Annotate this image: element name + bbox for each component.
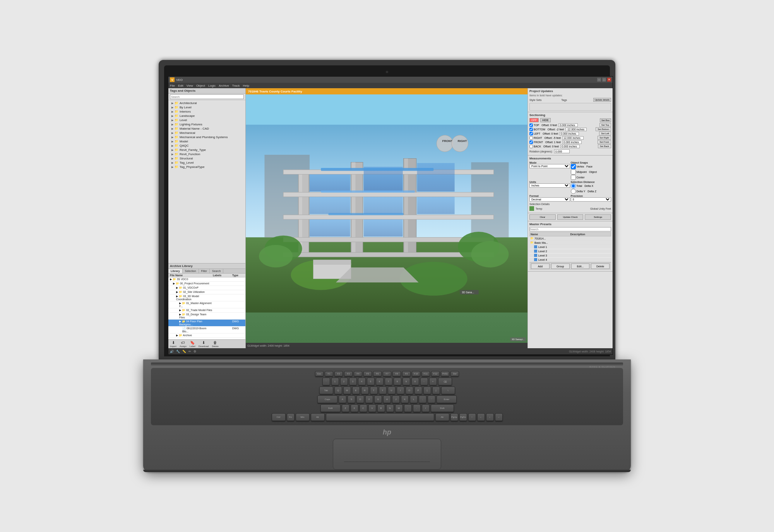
section-hide-button[interactable]: HIDE xyxy=(540,118,551,122)
file-row-master-align[interactable]: ▶ 📁 01_Master Alignment F... xyxy=(168,301,245,308)
key-prtsc[interactable]: PrtSc xyxy=(441,371,449,376)
set-bottom-button[interactable]: Set Bottom xyxy=(596,127,611,131)
clear-button[interactable]: Clear xyxy=(529,214,556,220)
key-caps[interactable]: Caps xyxy=(317,395,337,403)
key-esc[interactable]: Esc xyxy=(315,371,324,376)
edit-preset-button[interactable]: Edit... xyxy=(571,263,590,269)
file-row-trade-model[interactable]: ▶ 📁 02_Trade Model Files xyxy=(168,308,245,313)
menu-archive[interactable]: Archive xyxy=(219,84,229,87)
back-value-input[interactable] xyxy=(560,145,580,148)
key-backtick[interactable]: ` xyxy=(322,378,330,385)
key-9[interactable]: 9 xyxy=(402,378,410,385)
minimize-button[interactable]: ─ xyxy=(597,78,601,82)
tree-item-material[interactable]: ▶ 📁 Material Name - CAD xyxy=(168,127,245,131)
key-b[interactable]: B xyxy=(377,404,385,412)
file-row-site[interactable]: ▶ 📁 02_Site Utilization xyxy=(168,290,245,294)
top-checkbox[interactable] xyxy=(529,123,533,127)
menu-track[interactable]: Track xyxy=(232,84,240,87)
close-button[interactable]: ✕ xyxy=(607,78,611,82)
import-tool[interactable]: ⬇ Import xyxy=(170,340,176,347)
tab-selection[interactable]: Selection xyxy=(183,269,199,273)
key-t[interactable]: T xyxy=(370,387,378,394)
tree-item-bylevel[interactable]: ▶ 📁 By Level xyxy=(168,105,245,109)
key-3[interactable]: 3 xyxy=(349,378,357,385)
key-v[interactable]: V xyxy=(368,404,376,412)
key-period[interactable]: . xyxy=(413,404,421,412)
snap-midpoint-checkbox[interactable] xyxy=(571,169,576,174)
set-back-button[interactable]: Set Back xyxy=(598,144,611,148)
tab-search[interactable]: Search xyxy=(210,269,223,273)
right-checkbox[interactable] xyxy=(529,136,533,140)
tags-search-input[interactable] xyxy=(170,94,244,99)
key-a[interactable]: A xyxy=(339,395,346,403)
tab-filter[interactable]: Filter xyxy=(199,269,210,273)
key-f10[interactable]: F10 xyxy=(412,371,420,376)
key-del[interactable]: Del xyxy=(450,371,459,376)
key-s[interactable]: S xyxy=(348,395,355,403)
update-details-button[interactable]: Update details xyxy=(593,98,611,102)
key-d[interactable]: D xyxy=(356,395,364,403)
key-4[interactable]: 4 xyxy=(358,378,366,385)
front-value-input[interactable] xyxy=(562,140,582,144)
key-equals[interactable]: = xyxy=(429,378,437,385)
menu-edit[interactable]: Edit xyxy=(178,84,183,87)
tree-item-qaqc[interactable]: ▶ 📁 QAQC xyxy=(168,144,245,148)
key-g[interactable]: G xyxy=(374,395,382,403)
tree-item-interiors[interactable]: ▶ 📁 Interiors xyxy=(168,109,245,114)
tree-item-lighting[interactable]: ▶ 📁 Lighting Fixtures xyxy=(168,122,245,127)
snap-center-checkbox[interactable] xyxy=(571,175,576,180)
key-win[interactable]: Win xyxy=(296,413,310,421)
key-j[interactable]: J xyxy=(392,395,400,403)
key-r[interactable]: R xyxy=(361,387,369,394)
key-shift-right[interactable]: Shift xyxy=(431,404,454,412)
key-l[interactable]: L xyxy=(410,395,418,403)
tree-item-structural[interactable]: ▶ 📁 Structural xyxy=(168,156,245,161)
level-row-1[interactable]: Level 1 xyxy=(529,245,611,249)
key-down[interactable]: ↓ xyxy=(486,413,494,421)
key-backslash[interactable]: \ xyxy=(441,387,455,394)
level-row-3[interactable]: Level 3 xyxy=(529,253,611,258)
tree-item-level[interactable]: ▶ 📁 Level xyxy=(168,118,245,122)
tree-item-tag-level[interactable]: ▶ 📁 Tag_Level xyxy=(168,161,245,165)
file-row-boom[interactable]: 📄 09122019 Boom Blo... DWG xyxy=(168,327,245,334)
key-f8[interactable]: F8 xyxy=(392,371,401,376)
key-f9[interactable]: F9 xyxy=(402,371,411,376)
key-x[interactable]: X xyxy=(351,404,358,412)
key-backspace[interactable]: ⌫ xyxy=(438,378,452,385)
assign-tool[interactable]: 🏷 Assign xyxy=(180,340,187,347)
file-row-floor-plan[interactable]: ▶ 📁 04 Floor Plan Backgrou... DWG xyxy=(168,320,245,327)
key-f5[interactable]: F5 xyxy=(363,371,372,376)
key-6[interactable]: 6 xyxy=(376,378,384,385)
key-alt-left[interactable]: Alt xyxy=(311,413,325,421)
key-z[interactable]: Z xyxy=(342,404,349,412)
tree-item-landscape[interactable]: ▶ 📁 Landscape xyxy=(168,114,245,118)
key-f12[interactable]: F12 xyxy=(431,371,440,376)
set-box-button[interactable]: Set Box xyxy=(600,118,611,122)
key-slash[interactable]: / xyxy=(422,404,430,412)
file-row-design-team[interactable]: ▶ 📁 03_Design Team Files xyxy=(168,313,245,320)
file-row-archive[interactable]: ▶ 📁 Archive xyxy=(168,334,245,338)
key-quote[interactable]: ' xyxy=(428,395,435,403)
key-left[interactable]: ← xyxy=(477,413,485,421)
key-8[interactable]: 8 xyxy=(394,378,401,385)
key-rbracket[interactable]: ] xyxy=(432,387,440,394)
left-value-input[interactable] xyxy=(560,132,579,135)
key-o[interactable]: O xyxy=(406,387,413,394)
key-pgdn[interactable]: PgDn xyxy=(459,413,467,421)
sel-deltay-radio[interactable] xyxy=(571,189,576,194)
mode-select[interactable]: Point to Point xyxy=(529,164,570,168)
menu-object[interactable]: Object xyxy=(196,84,205,87)
key-f7[interactable]: F7 xyxy=(383,371,391,376)
tree-item-model[interactable]: ▶ 📁 Model xyxy=(168,139,245,144)
key-0[interactable]: 0 xyxy=(411,378,419,385)
file-row-vdcovp[interactable]: ▶ 📁 01_VDCOvP xyxy=(168,286,245,290)
key-i[interactable]: I xyxy=(397,387,404,394)
file-row-3svdc[interactable]: ▶ 📁 3S VDC0 xyxy=(168,277,245,282)
label-tool[interactable]: 🔖 Label xyxy=(190,340,195,347)
file-row-3d-coord[interactable]: ▶ 📁 03_3D Model Coordination xyxy=(168,294,245,301)
key-space[interactable] xyxy=(326,413,434,421)
3d-viewport[interactable]: FRONT RIGHT 3D Sana... 3D Sanayi... xyxy=(246,94,527,343)
preset-search-input[interactable] xyxy=(529,227,611,231)
level-row-2[interactable]: Level 2 xyxy=(529,249,611,253)
key-f1[interactable]: F1 xyxy=(325,371,333,376)
